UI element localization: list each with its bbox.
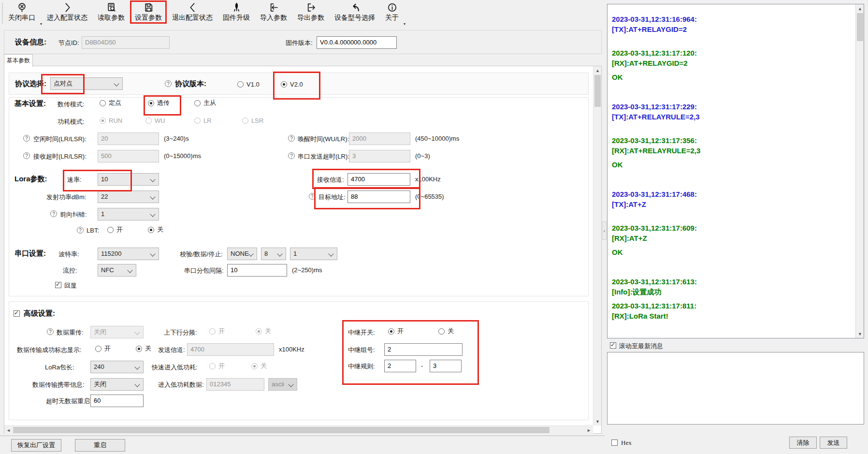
pkt-interval-field[interactable]: 10 [227, 264, 287, 277]
help-icon[interactable] [23, 135, 30, 142]
chevron-down-icon[interactable]: ▾ [404, 22, 405, 26]
radio-fast-lp-on[interactable]: 开 [209, 362, 225, 370]
radio-fast-lp-off[interactable]: 关 [251, 362, 267, 370]
rx-channel-field[interactable]: 4700 [347, 173, 410, 186]
radio-relay-off[interactable]: 关 [438, 327, 454, 335]
firmware-upgrade-button[interactable]: 固件升级 [220, 1, 252, 23]
enter-config-button[interactable]: 进入配置状态 [44, 1, 90, 23]
radio-mode-fixed[interactable]: 定点 [100, 99, 121, 107]
scroll-down-arrow[interactable]: ▼ [856, 330, 864, 338]
import-params-button[interactable]: 导入参数 [258, 1, 289, 23]
radio-updown-off[interactable]: 关 [256, 327, 271, 335]
scroll-left-arrow[interactable]: ◄ [4, 426, 13, 434]
stop-bits-dropdown[interactable]: 1 [290, 248, 337, 260]
scroll-up-arrow[interactable]: ▲ [856, 4, 864, 13]
scroll-right-arrow[interactable]: ► [585, 426, 593, 434]
send-button[interactable]: 发送 [820, 437, 847, 449]
node-id-field[interactable]: D8B04D50 [82, 36, 170, 49]
radio-mode-transparent[interactable]: 透传 [148, 99, 170, 107]
radio-power-run[interactable]: RUN [100, 117, 122, 124]
fec-dropdown[interactable]: 1 [98, 208, 159, 220]
radio-power-lsr[interactable]: LSR [242, 117, 263, 124]
scroll-latest-checkbox[interactable] [610, 342, 616, 349]
radio-mode-master-slave[interactable]: 主从 [194, 99, 216, 107]
log-vertical-scrollbar[interactable]: ▲ ▼ [855, 4, 864, 338]
baud-dropdown[interactable]: 115200 [98, 248, 159, 260]
set-params-button[interactable]: 设置参数 [132, 1, 164, 23]
form-horizontal-scrollbar[interactable]: ◄ ► [4, 425, 593, 434]
export-params-button[interactable]: 导出参数 [295, 1, 327, 23]
wake-time-field[interactable]: 2000 [349, 132, 410, 145]
flow-control-dropdown[interactable]: NFC [98, 264, 136, 277]
tx-channel-label: 发送信道: [158, 346, 185, 354]
chevron-down-icon[interactable]: ▾ [40, 22, 42, 26]
radio-lbt-on[interactable]: 开 [107, 226, 123, 234]
form-vertical-scrollbar[interactable]: ▲ ▼ [593, 66, 601, 425]
relay-group-field[interactable]: 2 [384, 343, 463, 356]
tx-channel-field[interactable]: 4700 [187, 343, 274, 356]
protocol-dropdown[interactable]: 点对点 [50, 77, 123, 90]
lp-data-field[interactable]: 012345 [206, 378, 264, 391]
radio-flag-off[interactable]: 关 [136, 345, 151, 352]
scrollbar-thumb[interactable] [594, 75, 601, 107]
help-icon[interactable] [288, 152, 295, 159]
scrollbar-thumb[interactable] [857, 13, 863, 41]
scroll-down-arrow[interactable]: ▼ [593, 417, 602, 425]
toolbar-label: 导出参数 [297, 14, 324, 22]
help-icon[interactable] [50, 210, 57, 217]
radio-updown-on[interactable]: 开 [209, 327, 225, 335]
radio-flag-on[interactable]: 开 [95, 345, 111, 352]
panel-splitter-handle[interactable]: ‹ [602, 221, 607, 240]
radio-protocol-v2[interactable]: V2.0 [281, 80, 303, 88]
rate-dropdown[interactable]: 10 [98, 173, 159, 186]
help-icon[interactable] [23, 152, 30, 159]
data-bits-dropdown[interactable]: 8 [261, 248, 286, 260]
restart-button[interactable]: 重启 [75, 439, 125, 452]
help-icon[interactable] [47, 328, 54, 335]
radio-power-lr[interactable]: LR [194, 117, 212, 124]
exit-config-button[interactable]: 退出配置状态 [170, 1, 215, 23]
relay-rule-from-field[interactable]: 2 [384, 360, 416, 372]
target-addr-field[interactable]: 88 [347, 190, 410, 203]
clear-button[interactable]: 清除 [789, 437, 817, 449]
about-button[interactable]: 关于 [383, 1, 401, 23]
radio-lbt-off[interactable]: 关 [148, 226, 163, 234]
rx-timeout-field[interactable]: 500 [98, 150, 159, 162]
send-input-area[interactable] [607, 352, 864, 425]
export-icon [306, 2, 316, 13]
device-info-box: 设备信息: 节点ID: D8B04D50 固件版本: V0.0.4.000000… [4, 30, 602, 54]
relay-rule-to-field[interactable]: 3 [430, 360, 462, 372]
scroll-up-arrow[interactable]: ▲ [593, 66, 602, 74]
retrans-dropdown[interactable]: 关闭 [90, 326, 144, 338]
log-output[interactable]: 2023-03-31,12:31:16:964:[TX]:AT+RELAYGID… [607, 4, 864, 338]
model-select-button[interactable]: 设备型号选择 [332, 1, 377, 23]
read-params-button[interactable]: 读取参数 [95, 1, 127, 23]
parity-dropdown[interactable]: NONE [227, 248, 257, 260]
tab-basic-params[interactable]: 基本参数 [4, 54, 33, 67]
pkt-len-dropdown[interactable]: 240 [90, 361, 144, 373]
help-icon[interactable] [165, 80, 172, 87]
idle-time-field[interactable]: 20 [98, 132, 159, 145]
radio-power-wu[interactable]: WU [145, 117, 165, 124]
echo-checkbox[interactable] [55, 282, 61, 288]
timeout-restart-field[interactable]: 60 [90, 395, 144, 407]
advanced-checkbox[interactable] [14, 310, 20, 317]
close-serial-button[interactable]: 关闭串口 [6, 1, 38, 23]
radio-protocol-v1[interactable]: V1.0 [237, 80, 260, 88]
chevron-down-icon [248, 251, 253, 256]
radio-relay-on[interactable]: 开 [388, 327, 404, 335]
protocol-value: 点对点 [54, 80, 72, 87]
uart-timeout-field[interactable]: 3 [349, 150, 410, 162]
factory-reset-button[interactable]: 恢复出厂设置 [11, 439, 61, 452]
chevron-down-icon [150, 176, 155, 182]
carry-info-dropdown[interactable]: 关闭 [90, 378, 144, 391]
scrollbar-thumb[interactable] [13, 427, 550, 433]
lp-data-encoding-dropdown[interactable]: ascii [268, 378, 297, 391]
help-icon[interactable] [288, 135, 295, 142]
help-icon[interactable] [309, 193, 316, 200]
toolbar-label: 固件升级 [223, 14, 250, 22]
firmware-version-field[interactable]: V0.0.4.000000.0000 [317, 36, 397, 49]
hex-checkbox[interactable] [611, 439, 618, 446]
tx-power-dropdown[interactable]: 22 [98, 190, 159, 203]
help-icon[interactable] [77, 227, 84, 234]
